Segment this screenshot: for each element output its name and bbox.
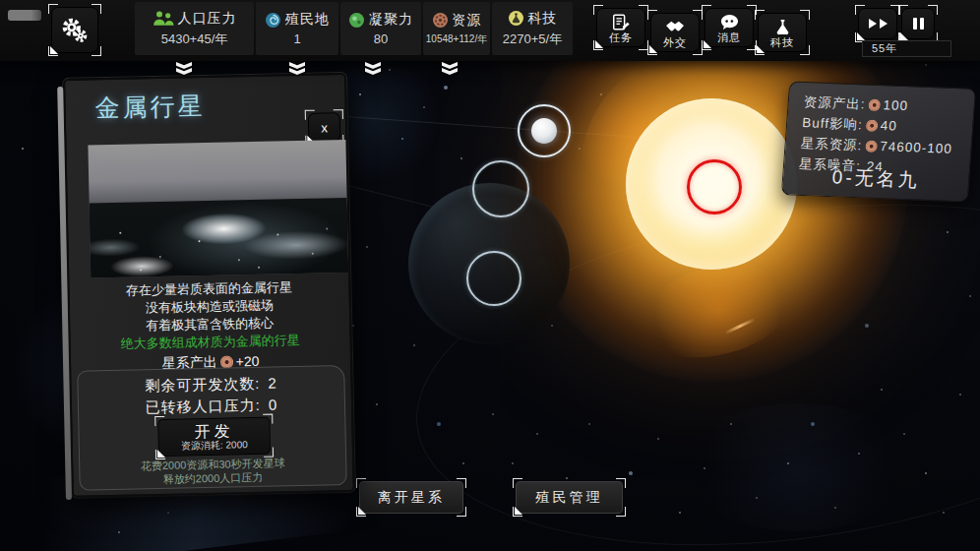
settings-button[interactable] [51,7,98,53]
menu-button-diplomacy[interactable]: 外交 [650,13,700,52]
stat-label: 科技 [528,10,558,28]
fast-forward-icon [880,19,888,29]
development-section: 剩余可开发次数:2 已转移人口压力:0 开发 资源消耗: 2000 花费2000… [77,365,346,491]
close-icon: x [321,120,328,135]
planet-detail-panel: 金属行星 x 存在少量岩质表面的金属行星 没有板块构造或强磁场 有着极其富含铁的… [63,73,355,498]
fast-forward-icon [869,19,877,29]
planet-selection-ring[interactable] [472,160,529,217]
remaining-develops-row: 剩余可开发次数:2 [78,373,343,398]
develop-hint: 花费2000资源和30秒开发星球 释放约2000人口压力 [80,455,346,488]
resource-coin-icon [868,98,881,110]
stat-value: 1 [293,31,300,46]
resource-icon [432,12,449,29]
pause-icon [920,18,924,30]
top-bar: 人口压力 5430+45/年 殖民地 1 凝聚力 [0,0,980,61]
stat-colonies[interactable]: 殖民地 1 [256,2,338,55]
planet-description: 存在少量岩质表面的金属行星 没有板块构造或强磁场 有着极其富含铁的核心 绝大多数… [69,277,349,354]
colony-icon [265,12,281,29]
planet-preview-image [88,140,348,277]
stat-value: 10548+112/年 [426,32,487,46]
menu-button-missions[interactable]: 任务 [596,8,645,47]
science-icon [508,10,524,27]
stat-label: 殖民地 [285,11,330,29]
planet-selection-ring[interactable] [518,104,571,157]
game-screen: 人口压力 5430+45/年 殖民地 1 凝聚力 [0,0,980,551]
messages-icon [719,13,740,31]
menu-label: 任务 [609,32,633,43]
chevron-down-icon[interactable] [365,62,381,76]
panel-title: 金属行星 [94,90,206,124]
population-icon [153,11,174,27]
system-info-panel: 资源产出:100 Buff影响:40 星系资源:74600-100 星系噪音:2… [781,81,976,202]
year-display: 55年 [862,40,951,57]
chevron-down-icon[interactable] [442,62,458,76]
colony-management-button[interactable]: 殖民管理 [516,481,623,514]
stat-science[interactable]: 科技 2270+5/年 [492,2,573,55]
menu-label: 外交 [663,37,687,48]
corner-handle [8,10,41,21]
pause-button[interactable] [901,8,935,39]
stat-label: 人口压力 [178,10,237,28]
stat-resources[interactable]: 资源 10548+112/年 [423,2,490,55]
fast-forward-button[interactable] [858,8,897,39]
leave-system-button[interactable]: 离开星系 [359,481,463,514]
stat-population-pressure[interactable]: 人口压力 5430+45/年 [135,2,254,55]
resource-coin-icon [865,119,878,131]
transferred-pressure-row: 已转移人口压力:0 [79,395,344,419]
pause-icon [913,18,917,30]
chevron-down-icon[interactable] [289,62,305,76]
menu-label: 消息 [717,32,741,43]
flask-icon [773,18,792,36]
menu-label: 科技 [770,37,794,48]
menu-button-messages[interactable]: 消息 [704,8,754,47]
stat-label: 凝聚力 [369,11,413,29]
stat-value: 5430+45/年 [161,31,228,48]
stat-label: 资源 [453,12,482,30]
menu-button-science[interactable]: 科技 [758,13,807,52]
develop-button[interactable]: 开发 资源消耗: 2000 [157,417,271,457]
diplomacy-icon [664,18,687,34]
close-button[interactable]: x [308,112,341,143]
stat-value: 2270+5/年 [503,31,562,48]
resource-coin-icon [865,140,878,152]
chevron-down-icon[interactable] [176,62,192,76]
sun-selection-ring-red[interactable] [687,159,742,214]
planet-selection-ring[interactable] [466,251,521,306]
missions-icon [611,13,631,31]
gear-icon [60,16,90,45]
stat-value: 80 [374,31,388,46]
cohesion-icon [348,12,365,29]
stat-cohesion[interactable]: 凝聚力 80 [340,2,421,55]
